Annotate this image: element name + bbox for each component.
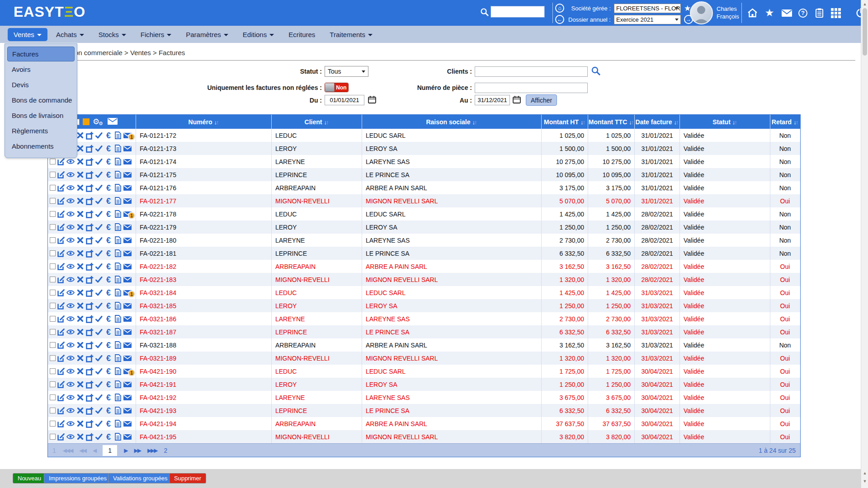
payment-euro-icon[interactable]: € <box>104 419 113 428</box>
messages-mail-icon[interactable] <box>781 8 792 19</box>
validate-check-icon[interactable] <box>95 144 103 153</box>
row-checkbox[interactable] <box>50 381 56 387</box>
delete-x-icon[interactable] <box>76 157 84 166</box>
send-mail-icon[interactable] <box>123 249 132 258</box>
send-mail-icon[interactable] <box>123 144 132 153</box>
dropdown-item-abonnements[interactable]: Abonnements <box>7 139 75 154</box>
menu-item-traitements[interactable]: Traitements <box>324 28 378 41</box>
edit-icon[interactable] <box>57 341 65 349</box>
send-mail-icon[interactable] <box>123 183 132 192</box>
menu-item-paramètres[interactable]: Paramètres <box>180 28 234 41</box>
company-select[interactable]: FLOREETSENS - FLOR <box>614 4 681 13</box>
edit-icon[interactable] <box>57 367 65 375</box>
send-mail-icon[interactable] <box>123 393 132 402</box>
scroll-up-icon[interactable]: ▲ <box>861 471 868 475</box>
send-mail-icon[interactable] <box>123 328 132 336</box>
menu-item-ventes[interactable]: Ventes <box>8 28 47 41</box>
column-header-client[interactable]: Client↓↑ <box>272 115 362 129</box>
view-eye-icon[interactable] <box>66 249 75 258</box>
payment-euro-icon[interactable]: € <box>104 236 113 244</box>
date-from-input[interactable] <box>325 95 364 105</box>
payment-euro-icon[interactable]: € <box>104 314 113 323</box>
validate-check-icon[interactable] <box>95 314 103 323</box>
duplicate-icon[interactable] <box>85 419 94 428</box>
validations-group-es-button[interactable]: Validations groupées <box>108 473 172 483</box>
payment-euro-icon[interactable]: € <box>104 275 113 284</box>
view-eye-icon[interactable] <box>66 393 75 402</box>
piece-number-input[interactable] <box>475 83 588 93</box>
payment-euro-icon[interactable]: € <box>104 367 113 375</box>
last-page-icon[interactable]: ▶▶▶ <box>147 447 157 454</box>
duplicate-icon[interactable] <box>85 197 94 205</box>
duplicate-icon[interactable] <box>85 288 94 297</box>
delete-x-icon[interactable] <box>76 183 84 192</box>
impressions-group-es-button[interactable]: Impressions groupées <box>44 473 112 483</box>
edit-icon[interactable] <box>57 354 65 362</box>
delete-x-icon[interactable] <box>76 380 84 389</box>
payment-euro-icon[interactable]: € <box>104 406 113 415</box>
calendar-icon[interactable] <box>368 96 376 103</box>
duplicate-icon[interactable] <box>85 354 94 362</box>
view-eye-icon[interactable] <box>66 354 75 362</box>
row-checkbox[interactable] <box>50 342 56 348</box>
document-icon[interactable] <box>114 249 122 258</box>
row-checkbox[interactable] <box>50 224 56 230</box>
global-search-input[interactable] <box>491 6 545 18</box>
view-eye-icon[interactable] <box>66 275 75 284</box>
delete-x-icon[interactable] <box>76 419 84 428</box>
row-checkbox[interactable] <box>50 290 56 296</box>
payment-euro-icon[interactable]: € <box>104 223 113 231</box>
document-icon[interactable] <box>114 354 122 362</box>
duplicate-icon[interactable] <box>85 314 94 323</box>
row-checkbox[interactable] <box>50 408 56 413</box>
validate-check-icon[interactable] <box>95 236 103 244</box>
menu-item-stocks[interactable]: Stocks <box>93 28 132 41</box>
document-icon[interactable] <box>114 341 122 349</box>
payment-euro-icon[interactable]: € <box>104 157 113 166</box>
scrollbar-thumb[interactable] <box>863 8 867 56</box>
send-mail-icon[interactable]: 1 <box>123 367 132 375</box>
column-header-retard[interactable]: Retard↓↑ <box>770 115 800 129</box>
view-eye-icon[interactable] <box>66 262 75 271</box>
column-header-date-facture[interactable]: Date facture↓↑ <box>635 115 680 129</box>
send-mail-icon[interactable] <box>123 157 132 166</box>
delete-x-icon[interactable] <box>76 210 84 218</box>
payment-euro-icon[interactable]: € <box>104 354 113 362</box>
validate-check-icon[interactable] <box>95 183 103 192</box>
help-icon[interactable]: ? <box>798 9 807 18</box>
validate-check-icon[interactable] <box>95 249 103 258</box>
document-icon[interactable] <box>114 301 122 310</box>
delete-x-icon[interactable] <box>76 236 84 244</box>
validate-check-icon[interactable] <box>95 380 103 389</box>
row-checkbox[interactable] <box>50 421 56 427</box>
validate-check-icon[interactable] <box>95 393 103 402</box>
send-mail-icon[interactable] <box>123 197 132 205</box>
bulk-mail-icon[interactable] <box>108 118 118 126</box>
column-header-num-ro[interactable]: Numéro↓↑ <box>136 115 272 129</box>
payment-euro-icon[interactable]: € <box>104 197 113 205</box>
edit-icon[interactable] <box>57 301 65 310</box>
duplicate-icon[interactable] <box>85 183 94 192</box>
edit-icon[interactable] <box>57 314 65 323</box>
fast-next-icon[interactable]: ▶▶ <box>134 447 140 454</box>
view-eye-icon[interactable] <box>66 314 75 323</box>
edit-icon[interactable] <box>57 393 65 402</box>
payment-euro-icon[interactable]: € <box>104 328 113 336</box>
validate-check-icon[interactable] <box>95 170 103 179</box>
row-checkbox[interactable] <box>50 263 56 269</box>
edit-icon[interactable] <box>57 419 65 428</box>
view-eye-icon[interactable] <box>66 236 75 244</box>
document-icon[interactable] <box>114 288 122 297</box>
validate-check-icon[interactable] <box>95 367 103 375</box>
first-page-icon[interactable]: ◀◀◀ <box>63 447 73 454</box>
clients-input[interactable] <box>475 66 588 77</box>
edit-icon[interactable] <box>57 275 65 284</box>
document-icon[interactable] <box>114 197 122 205</box>
document-icon[interactable] <box>114 170 122 179</box>
edit-icon[interactable] <box>57 183 65 192</box>
row-checkbox[interactable] <box>50 368 56 374</box>
duplicate-icon[interactable] <box>85 223 94 231</box>
send-mail-icon[interactable] <box>123 354 132 362</box>
duplicate-icon[interactable] <box>85 301 94 310</box>
validate-check-icon[interactable] <box>95 262 103 271</box>
